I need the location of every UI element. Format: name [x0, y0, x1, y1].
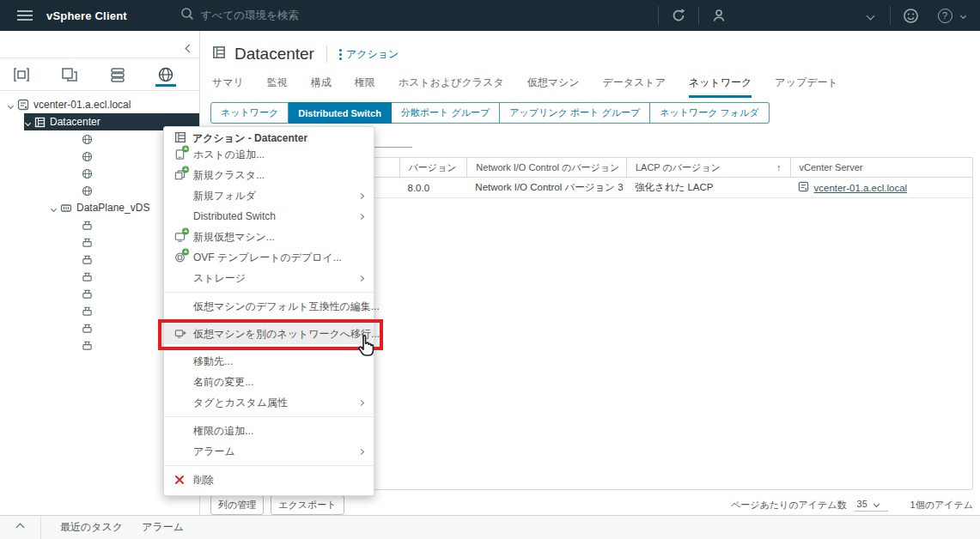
- tree-item-label: DataPlane_vDS: [76, 202, 149, 214]
- expand-chevron-icon[interactable]: [26, 116, 30, 128]
- menu-item-new-cluster[interactable]: + 新規クラスタ...: [164, 165, 374, 185]
- menu-item-rename[interactable]: 名前の変更...: [164, 372, 374, 392]
- sort-ascending-icon[interactable]: ↑: [776, 162, 782, 173]
- menu-item-new-vm[interactable]: + 新規仮想マシン...: [164, 227, 374, 247]
- product-title: vSphere Client: [46, 9, 127, 22]
- menu-separator: [164, 416, 374, 417]
- vcenter-column-header[interactable]: vCenter Server: [790, 158, 973, 177]
- datacenter-context-menu: アクション - Datacenter + ホストの追加... + 新規クラスタ.…: [163, 126, 374, 496]
- vms-templates-icon[interactable]: [58, 62, 81, 88]
- topbar-right-controls: ?: [649, 0, 980, 31]
- storage-icon[interactable]: [107, 62, 129, 88]
- expand-chevron-icon[interactable]: [52, 202, 56, 214]
- submenu-chevron-icon: [358, 213, 364, 219]
- recent-tasks-tab[interactable]: 最近のタスク: [60, 520, 123, 535]
- tab-permissions[interactable]: 権限: [355, 76, 375, 98]
- export-button[interactable]: エクスポート: [271, 495, 344, 515]
- menu-item-new-folder[interactable]: 新規フォルダ: [164, 185, 374, 206]
- global-search[interactable]: すべての環境を検索: [180, 7, 299, 24]
- submenu-chevron-icon: [358, 399, 364, 405]
- menu-item-edit-default-vm-compatibility[interactable]: 仮想マシンのデフォルト互換性の編集...: [164, 296, 374, 317]
- hand-cursor-icon: [355, 334, 377, 362]
- sidebar-collapse-icon[interactable]: [186, 39, 192, 55]
- lacp-column-header[interactable]: LACP のバージョン↑: [626, 158, 790, 177]
- tab-updates[interactable]: アップデート: [775, 76, 837, 98]
- vcenter-link[interactable]: vcenter-01.a.ecl.local: [798, 181, 907, 194]
- highlighted-menu-item-wrap: 仮想マシンを別のネットワークへ移行...: [164, 324, 374, 344]
- tab-hosts-clusters[interactable]: ホストおよびクラスタ: [399, 76, 504, 98]
- menu-item-delete[interactable]: 削除: [164, 469, 374, 490]
- networking-icon[interactable]: [155, 62, 177, 88]
- subtab-uplink-port-groups[interactable]: アップリンク ポート グループ: [500, 102, 650, 124]
- expand-chevron-icon[interactable]: [9, 99, 13, 111]
- actions-menu-button[interactable]: アクション: [339, 47, 399, 62]
- context-menu-title: アクション - Datacenter: [164, 127, 374, 144]
- hosts-clusters-icon[interactable]: [10, 62, 33, 88]
- menu-separator: [164, 292, 374, 293]
- search-icon: [180, 7, 194, 24]
- filter-underline: [374, 147, 412, 148]
- feedback-smiley-icon[interactable]: [899, 4, 922, 27]
- lacp-cell: 強化された LACP: [626, 178, 790, 197]
- tab-datastores[interactable]: データストア: [603, 76, 666, 98]
- port-group-icon: [82, 254, 93, 265]
- nioc-column-header[interactable]: Network I/O Control のバージョン: [466, 158, 626, 177]
- port-group-icon: [82, 271, 93, 282]
- subtab-network-folders[interactable]: ネットワーク フォルダ: [650, 102, 769, 124]
- menu-item-add-host[interactable]: + ホストの追加...: [164, 144, 374, 165]
- tab-summary[interactable]: サマリ: [212, 76, 244, 98]
- items-per-page-label: ページあたりのアイテム数: [731, 499, 847, 512]
- port-group-icon: [82, 323, 93, 334]
- help-menu-chevron-icon[interactable]: [956, 4, 970, 27]
- panel-expand-chevron-icon[interactable]: [0, 516, 41, 539]
- deploy-ovf-icon: +: [174, 252, 186, 263]
- vcenter-icon: [798, 181, 809, 194]
- menu-item-alarms[interactable]: アラーム: [164, 441, 374, 462]
- tab-networks[interactable]: ネットワーク: [689, 76, 752, 98]
- inventory-switcher: [0, 58, 199, 91]
- port-group-icon: [82, 288, 93, 300]
- user-menu-chevron-icon[interactable]: [859, 4, 881, 27]
- top-bar: vSphere Client すべての環境を検索 ?: [0, 0, 980, 31]
- submenu-chevron-icon: [358, 448, 364, 454]
- tab-monitor[interactable]: 監視: [267, 76, 288, 98]
- sidebar-collapse-row: [0, 31, 199, 58]
- vcenter-icon: [17, 99, 29, 111]
- vsphere-client-app: vSphere Client すべての環境を検索 ?: [0, 0, 980, 539]
- new-vm-icon: +: [174, 232, 186, 243]
- port-group-icon: [82, 306, 93, 317]
- tab-configure[interactable]: 構成: [311, 76, 332, 98]
- menu-item-distributed-switch[interactable]: Distributed Switch: [164, 206, 374, 227]
- version-cell: 8.0.0: [399, 178, 467, 197]
- port-group-icon: [82, 340, 93, 351]
- hamburger-menu-icon[interactable]: [17, 10, 33, 21]
- bottom-panel: 最近のタスク アラーム: [0, 515, 980, 539]
- menu-item-tags-custom-attributes[interactable]: タグとカスタム属性: [164, 392, 374, 413]
- menu-item-add-permission[interactable]: 権限の追加...: [164, 421, 374, 441]
- subtab-distributed-switch[interactable]: Distributed Switch: [289, 102, 392, 124]
- help-icon[interactable]: ?: [934, 4, 956, 27]
- tree-item-vcenter[interactable]: vcenter-01.a.ecl.local: [0, 96, 199, 113]
- subtab-distributed-port-groups[interactable]: 分散ポート グループ: [392, 102, 500, 124]
- menu-item-migrate-vms-to-another-network[interactable]: 仮想マシンを別のネットワークへ移行...: [164, 324, 374, 344]
- refresh-icon[interactable]: [667, 4, 690, 27]
- network-globe-icon: [82, 168, 93, 179]
- user-icon[interactable]: [708, 4, 730, 27]
- port-group-icon: [82, 220, 93, 231]
- object-header: Datacenter アクション: [200, 31, 980, 64]
- menu-item-storage[interactable]: ストレージ: [164, 268, 374, 288]
- search-placeholder: すべての環境を検索: [201, 9, 299, 23]
- distributed-switch-icon: [60, 203, 72, 214]
- version-column-header[interactable]: バージョン: [399, 158, 467, 177]
- manage-columns-button[interactable]: 列の管理: [210, 495, 264, 515]
- alarms-tab[interactable]: アラーム: [142, 520, 184, 535]
- subtab-networks[interactable]: ネットワーク: [210, 102, 289, 124]
- network-subtabs: ネットワーク Distributed Switch 分散ポート グループ アップ…: [210, 102, 980, 124]
- items-per-page-select[interactable]: 35: [854, 499, 888, 512]
- menu-item-move-to[interactable]: 移動先...: [164, 351, 374, 372]
- migrate-vm-icon: [174, 329, 186, 340]
- port-group-icon: [82, 237, 93, 248]
- menu-item-deploy-ovf[interactable]: + OVF テンプレートのデプロイ...: [164, 247, 374, 268]
- tab-vms[interactable]: 仮想マシン: [527, 76, 580, 98]
- vertical-ellipsis-icon: [339, 49, 342, 60]
